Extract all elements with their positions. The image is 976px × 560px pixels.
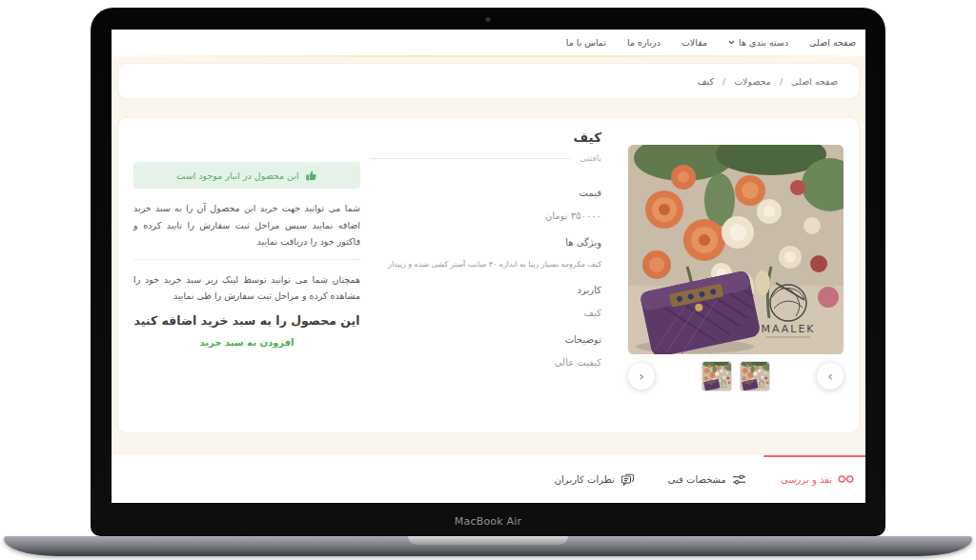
spec-label-features: ویژگی ها [370, 237, 601, 248]
product-specs: قیمت ۳۵۰۰۰۰ تومان ویژگی ها کیف مکرومه بس… [370, 188, 601, 368]
gallery-next-button[interactable]: › [817, 363, 844, 390]
add-to-cart-heading: این محصول را به سبد خرید اضافه کنید [133, 313, 360, 328]
spec-value-price: ۳۵۰۰۰۰ تومان [370, 210, 601, 221]
product-tabs-bar: نقد و بررسی مشخصات فنی نظرات کاربران [112, 455, 865, 503]
product-subtitle-row: بافتنی [370, 153, 601, 163]
purchase-note-1: شما می توانید جهت خرید این محصول آن را ب… [133, 200, 360, 250]
nav-item-articles[interactable]: مقالات [681, 37, 707, 48]
breadcrumb: صفحه اصلی / محصولات / کیف [117, 63, 860, 99]
nav-item-home[interactable]: صفحه اصلی [809, 37, 856, 48]
add-to-cart-link[interactable]: افزودن به سبد خرید [133, 337, 360, 348]
header-accent-line [112, 55, 865, 57]
stock-status-text: این محصول در انبار موجود است [176, 170, 298, 181]
site-header: صفحه اصلی دسته بندی ها مقالات درباره ما … [112, 30, 865, 55]
laptop-lid-notch [408, 536, 568, 545]
breadcrumb-products[interactable]: محصولات [734, 76, 771, 87]
product-category: بافتنی [580, 153, 601, 163]
nav-item-about[interactable]: درباره ما [627, 37, 661, 48]
webcam-dot [486, 17, 491, 22]
product-card: MAALEK › [117, 117, 860, 433]
macbook-air-label: MacBook Air [91, 515, 885, 528]
browser-viewport: صفحه اصلی دسته بندی ها مقالات درباره ما … [112, 30, 865, 503]
tab-review[interactable]: نقد و بررسی [781, 455, 854, 503]
divider [370, 158, 571, 159]
chevron-down-icon [728, 40, 735, 45]
spec-value-usage: کیف [370, 308, 601, 318]
breadcrumb-separator: / [780, 76, 783, 87]
nav-item-label: مقالات [681, 37, 707, 48]
tab-label: نقد و بررسی [781, 474, 832, 485]
sliders-icon [732, 473, 746, 486]
laptop-bezel: صفحه اصلی دسته بندی ها مقالات درباره ما … [91, 8, 885, 536]
spec-label-usage: کاربرد [370, 285, 601, 295]
breadcrumb-home[interactable]: صفحه اصلی [791, 76, 838, 87]
tab-label: نظرات کاربران [555, 474, 615, 485]
gallery-prev-button[interactable]: ‹ [628, 363, 655, 390]
nav-item-categories[interactable]: دسته بندی ها [728, 37, 788, 48]
breadcrumb-current: کیف [698, 76, 714, 87]
product-title: کیف [370, 130, 601, 145]
product-image: MAALEK [628, 145, 844, 354]
nav-item-contact[interactable]: تماس با ما [566, 37, 606, 48]
laptop-base [4, 536, 972, 556]
product-thumbnail[interactable]: MAALEK [740, 361, 770, 391]
gallery-thumbnails: › MAALEK [628, 361, 844, 391]
tab-technical-specs[interactable]: مشخصات فنی [668, 455, 746, 503]
thumbs-up-icon [305, 170, 317, 182]
purchase-panel: این محصول در انبار موجود است شما می توان… [133, 130, 360, 421]
spec-label-description: توضیحات [370, 334, 601, 345]
spec-label-price: قیمت [370, 188, 601, 198]
tab-label: مشخصات فنی [668, 474, 726, 485]
product-info: کیف بافتنی قیمت ۳۵۰۰۰۰ تومان ویژگی ها کی… [360, 130, 613, 421]
svg-text:MAALEK: MAALEK [761, 323, 815, 335]
divider [133, 259, 360, 260]
glasses-icon [838, 473, 854, 485]
purchase-note-2: همچنان شما می توانید توسط لینک زیر سبد خ… [133, 271, 360, 305]
spec-value-description: کیفیت عالی [370, 357, 601, 368]
breadcrumb-separator: / [722, 76, 725, 87]
comments-icon [620, 473, 634, 486]
nav-item-label: دسته بندی ها [739, 37, 788, 48]
stock-status-badge: این محصول در انبار موجود است [133, 162, 360, 189]
nav-item-label: درباره ما [627, 37, 661, 48]
tab-user-comments[interactable]: نظرات کاربران [555, 455, 634, 503]
spec-value-features: کیف مکرومه بسیار زیبا به اندازه ۳۰ سانت … [370, 260, 601, 269]
product-thumbnail[interactable]: MAALEK [702, 361, 732, 391]
product-gallery: MAALEK › [613, 130, 844, 421]
nav-item-label: صفحه اصلی [809, 37, 856, 48]
nav-item-label: تماس با ما [566, 37, 606, 48]
